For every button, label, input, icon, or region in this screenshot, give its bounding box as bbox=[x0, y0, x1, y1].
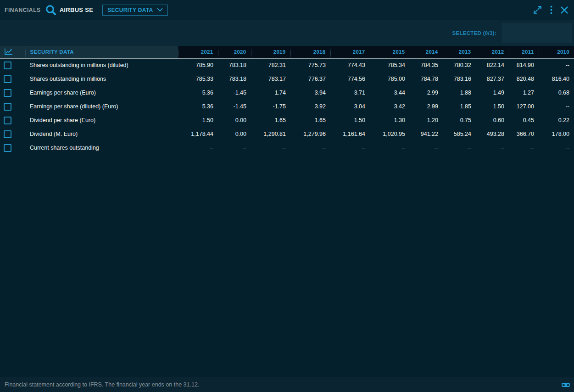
value-cell: 366.70 bbox=[509, 127, 539, 141]
table-row: Shares outstanding in millions (diluted)… bbox=[0, 58, 574, 72]
year-header-2018: 2018 bbox=[290, 46, 330, 58]
app-title: FINANCIALS bbox=[5, 7, 41, 13]
checkbox-cell bbox=[0, 141, 25, 155]
security-data-dropdown-label: SECURITY DATA bbox=[107, 7, 153, 13]
year-header-2015: 2015 bbox=[370, 46, 410, 58]
line-chart-icon bbox=[4, 51, 13, 56]
row-label: Shares outstanding in millions bbox=[25, 72, 178, 86]
year-header-2021: 2021 bbox=[178, 46, 218, 58]
row-checkbox[interactable] bbox=[4, 103, 11, 111]
value-cell: 784.78 bbox=[410, 72, 443, 86]
value-cell: -1.45 bbox=[218, 86, 251, 100]
selected-count-label: SELECTED (0/3): bbox=[452, 30, 496, 36]
value-cell: 1.27 bbox=[509, 86, 539, 100]
value-cell: 820.48 bbox=[509, 72, 539, 86]
value-cell: 3.92 bbox=[290, 100, 330, 113]
row-checkbox[interactable] bbox=[4, 62, 11, 69]
year-header-2011: 2011 bbox=[509, 46, 539, 58]
value-cell: -- bbox=[509, 141, 539, 155]
value-cell: 783.18 bbox=[218, 58, 251, 72]
security-name: AIRBUS SE bbox=[60, 6, 94, 13]
row-checkbox[interactable] bbox=[4, 144, 11, 152]
table-row: Shares outstanding in millions785.33783.… bbox=[0, 72, 574, 86]
value-cell: 1,279.96 bbox=[290, 127, 330, 141]
value-cell: 785.33 bbox=[178, 72, 218, 86]
value-cell: -1.45 bbox=[218, 100, 251, 113]
value-cell: 775.73 bbox=[290, 58, 330, 72]
value-cell: 2.99 bbox=[410, 86, 443, 100]
value-cell: 493.28 bbox=[476, 127, 509, 141]
value-cell: 0.45 bbox=[509, 113, 539, 127]
checkbox-cell bbox=[0, 72, 25, 86]
row-checkbox[interactable] bbox=[4, 89, 11, 97]
value-cell: 5.36 bbox=[178, 86, 218, 100]
footer-bar: Financial statement according to IFRS. T… bbox=[0, 377, 574, 392]
value-cell: 783.16 bbox=[443, 72, 476, 86]
value-cell: 0.00 bbox=[218, 127, 251, 141]
value-cell: 3.44 bbox=[370, 86, 410, 100]
value-cell: -- bbox=[370, 141, 410, 155]
checkbox-cell bbox=[0, 86, 25, 100]
row-checkbox[interactable] bbox=[4, 75, 11, 83]
table-header-row: SECURITY DATA 20212020201920182017201520… bbox=[0, 46, 574, 58]
value-cell: 822.14 bbox=[476, 58, 509, 72]
security-data-column-header: SECURITY DATA bbox=[25, 46, 178, 58]
value-cell: 3.71 bbox=[330, 86, 370, 100]
close-icon[interactable] bbox=[560, 6, 568, 14]
value-cell: 127.00 bbox=[509, 100, 539, 113]
top-bar: FINANCIALS AIRBUS SE SECURITY DATA bbox=[0, 0, 574, 20]
value-cell: 816.40 bbox=[539, 72, 574, 86]
value-cell: 1,178.44 bbox=[178, 127, 218, 141]
checkbox-cell bbox=[0, 58, 25, 72]
row-checkbox[interactable] bbox=[4, 130, 11, 138]
link-icon[interactable] bbox=[562, 382, 570, 388]
year-header-2010: 2010 bbox=[539, 46, 574, 58]
value-cell: -- bbox=[251, 141, 290, 155]
checkbox-cell bbox=[0, 127, 25, 141]
value-cell: 1.50 bbox=[330, 113, 370, 127]
financials-window: FINANCIALS AIRBUS SE SECURITY DATA bbox=[0, 0, 574, 392]
value-cell: 1.88 bbox=[443, 86, 476, 100]
table-row: Current shares outstanding--------------… bbox=[0, 141, 574, 155]
value-cell: -- bbox=[178, 141, 218, 155]
checkbox-cell bbox=[0, 113, 25, 127]
selected-securities-input[interactable] bbox=[502, 23, 572, 43]
value-cell: 1.50 bbox=[178, 113, 218, 127]
value-cell: 784.35 bbox=[410, 58, 443, 72]
row-label: Shares outstanding in millions (diluted) bbox=[25, 58, 178, 72]
table-row: Earnings per share (Euro)5.36-1.451.743.… bbox=[0, 86, 574, 100]
row-label: Earnings per share (Euro) bbox=[25, 86, 178, 100]
row-label: Dividend (M. Euro) bbox=[25, 127, 178, 141]
expand-icon[interactable] bbox=[533, 5, 542, 15]
value-cell: 585.24 bbox=[443, 127, 476, 141]
value-cell: 3.04 bbox=[330, 100, 370, 113]
value-cell: 1.20 bbox=[410, 113, 443, 127]
value-cell: -- bbox=[539, 141, 574, 155]
value-cell: 774.56 bbox=[330, 72, 370, 86]
value-cell: 1.49 bbox=[476, 86, 509, 100]
value-cell: 0.22 bbox=[539, 113, 574, 127]
value-cell: -- bbox=[330, 141, 370, 155]
value-cell: 783.17 bbox=[251, 72, 290, 86]
security-data-dropdown[interactable]: SECURITY DATA bbox=[102, 5, 168, 16]
value-cell: 782.31 bbox=[251, 58, 290, 72]
footer-note: Financial statement according to IFRS. T… bbox=[5, 381, 199, 388]
value-cell: 785.00 bbox=[370, 72, 410, 86]
year-header-2020: 2020 bbox=[218, 46, 251, 58]
search-icon[interactable] bbox=[45, 4, 56, 16]
value-cell: -- bbox=[476, 141, 509, 155]
table-row: Dividend per share (Euro)1.500.001.651.6… bbox=[0, 113, 574, 127]
value-cell: 776.37 bbox=[290, 72, 330, 86]
value-cell: 1.65 bbox=[290, 113, 330, 127]
year-header-2013: 2013 bbox=[443, 46, 476, 58]
row-checkbox[interactable] bbox=[4, 117, 11, 124]
chart-column-header[interactable] bbox=[0, 46, 25, 58]
value-cell: 3.42 bbox=[370, 100, 410, 113]
year-header-2017: 2017 bbox=[330, 46, 370, 58]
kebab-menu-icon[interactable] bbox=[550, 6, 552, 14]
year-header-2019: 2019 bbox=[251, 46, 290, 58]
value-cell: 1,161.64 bbox=[330, 127, 370, 141]
value-cell: 3.94 bbox=[290, 86, 330, 100]
value-cell: 178.00 bbox=[539, 127, 574, 141]
table-row: Earnings per share (diluted) (Euro)5.36-… bbox=[0, 100, 574, 113]
